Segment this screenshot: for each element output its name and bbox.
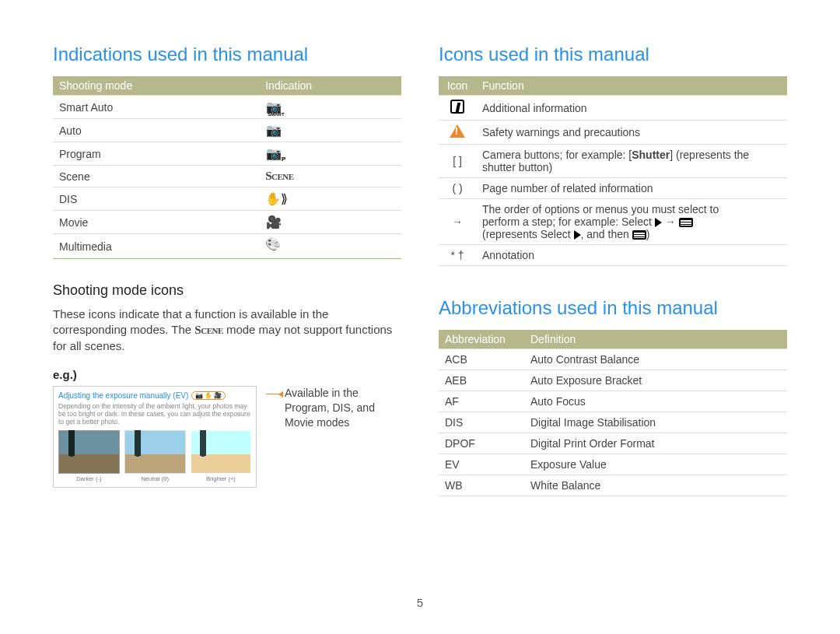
program-icon: 📷P bbox=[265, 146, 282, 161]
table-row: DIS ✋⟫ bbox=[53, 187, 401, 211]
abbr-cell: AF bbox=[439, 391, 524, 412]
mode-cell: Movie bbox=[53, 211, 259, 234]
def-cell: Auto Exposure Bracket bbox=[524, 370, 787, 391]
abbr-cell: EV bbox=[439, 454, 524, 475]
def-cell: Auto Contrast Balance bbox=[524, 349, 787, 370]
mode-cell: Scene bbox=[53, 166, 259, 187]
shooting-mode-paragraph: These icons indicate that a function is … bbox=[53, 306, 401, 354]
icon-cell: Scene bbox=[259, 166, 401, 187]
icons-table: Icon Function Additional information Saf… bbox=[439, 76, 787, 266]
def-cell: Digital Image Stabilisation bbox=[524, 412, 787, 433]
page-number: 5 bbox=[53, 596, 787, 609]
mode-badge: 📷 ✋ 🎥 bbox=[191, 391, 226, 400]
table-row: Smart Auto 📷SMART bbox=[53, 96, 401, 119]
table-row: Auto 📷 bbox=[53, 119, 401, 142]
eg-label: e.g.) bbox=[53, 368, 401, 381]
func-cell: Page number of related information bbox=[476, 178, 787, 199]
table-row: ACBAuto Contrast Balance bbox=[439, 349, 787, 370]
table-row: EVExposure Value bbox=[439, 454, 787, 475]
paren-icon: ( ) bbox=[439, 178, 476, 199]
example-caption: Available in the Program, DIS, and Movie… bbox=[285, 386, 401, 430]
movie-mini-icon: 🎥 bbox=[214, 392, 222, 399]
warning-icon bbox=[450, 124, 465, 138]
table-row: → The order of options or menus you must… bbox=[439, 199, 787, 245]
callout-arrow-icon bbox=[266, 394, 280, 394]
screenshot-body: Depending on the intensity of the ambien… bbox=[58, 402, 251, 426]
abbr-heading: Abbreviations used in this manual bbox=[439, 297, 787, 319]
def-cell: Auto Focus bbox=[524, 391, 787, 412]
table-row: DISDigital Image Stabilisation bbox=[439, 412, 787, 433]
screenshot-title: Adjusting the exposure manually (EV) bbox=[58, 391, 188, 400]
table-row: Additional information bbox=[439, 96, 787, 121]
icon-cell: 📷SMART bbox=[259, 96, 401, 119]
arrow-icon: → bbox=[439, 199, 476, 245]
def-cell: Exposure Value bbox=[524, 454, 787, 475]
thumb-darker: Darker (-) bbox=[58, 430, 120, 482]
shooting-mode-icons-heading: Shooting mode icons bbox=[53, 282, 401, 299]
th-shooting-mode: Shooting mode bbox=[53, 76, 259, 96]
mode-cell: DIS bbox=[53, 187, 259, 211]
table-row: AFAuto Focus bbox=[439, 391, 787, 412]
abbr-cell: WB bbox=[439, 475, 524, 496]
table-row: Multimedia bbox=[53, 234, 401, 259]
example-box: Adjusting the exposure manually (EV) 📷 ✋… bbox=[53, 386, 401, 489]
abbr-cell: DIS bbox=[439, 412, 524, 433]
chevron-right-icon bbox=[574, 230, 581, 240]
multimedia-icon bbox=[265, 238, 281, 252]
info-icon bbox=[450, 100, 464, 114]
auto-icon: 📷 bbox=[265, 123, 282, 138]
mode-cell: Program bbox=[53, 142, 259, 166]
program-mini-icon: 📷 bbox=[195, 392, 203, 399]
icon-cell: 📷P bbox=[259, 142, 401, 166]
example-screenshot: Adjusting the exposure manually (EV) 📷 ✋… bbox=[53, 386, 257, 489]
abbr-cell: DPOF bbox=[439, 433, 524, 454]
smart-auto-icon: 📷SMART bbox=[265, 100, 282, 114]
abbr-cell: ACB bbox=[439, 349, 524, 370]
table-row: Program 📷P bbox=[53, 142, 401, 166]
table-row: [ ] Camera buttons; for example: [Shutte… bbox=[439, 145, 787, 178]
abbr-cell: AEB bbox=[439, 370, 524, 391]
table-row: Movie 🎥 bbox=[53, 211, 401, 234]
screen-icon bbox=[679, 218, 693, 227]
shooting-mode-table: Shooting mode Indication Smart Auto 📷SMA… bbox=[53, 76, 401, 259]
thumbnail-row: Darker (-) Neutral (0) Brighter (+) bbox=[58, 430, 251, 482]
dis-mini-icon: ✋ bbox=[205, 392, 212, 399]
screenshot-title-row: Adjusting the exposure manually (EV) 📷 ✋… bbox=[58, 391, 251, 400]
table-row: ( ) Page number of related information bbox=[439, 178, 787, 199]
th-indication: Indication bbox=[259, 76, 401, 96]
chevron-right-icon bbox=[655, 218, 662, 227]
scene-word-inline: Scene bbox=[194, 324, 222, 336]
icon-cell: 🎥 bbox=[259, 211, 401, 234]
dis-icon: ✋⟫ bbox=[265, 191, 282, 206]
screen-icon bbox=[632, 230, 646, 240]
icon-cell bbox=[259, 234, 401, 259]
icon-cell: ✋⟫ bbox=[259, 187, 401, 211]
table-row: DPOFDigital Print Order Format bbox=[439, 433, 787, 454]
icons-heading: Icons used in this manual bbox=[439, 44, 787, 65]
mode-cell: Smart Auto bbox=[53, 96, 259, 119]
abbr-table: Abbreviation Definition ACBAuto Contrast… bbox=[439, 330, 787, 496]
shutter-bold: Shutter bbox=[632, 149, 670, 161]
th-icon: Icon bbox=[439, 76, 476, 96]
func-cell: Camera buttons; for example: [Shutter] (… bbox=[476, 145, 787, 178]
callout: Available in the Program, DIS, and Movie… bbox=[266, 386, 401, 430]
th-function: Function bbox=[476, 76, 787, 96]
table-row: WBWhite Balance bbox=[439, 475, 787, 496]
right-column: Icons used in this manual Icon Function … bbox=[439, 44, 787, 587]
scene-icon: Scene bbox=[265, 170, 293, 182]
mode-cell: Auto bbox=[53, 119, 259, 142]
thumb-brighter: Brighter (+) bbox=[191, 430, 252, 482]
table-row: Safety warnings and precautions bbox=[439, 121, 787, 145]
func-cell: The order of options or menus you must s… bbox=[476, 199, 787, 245]
annotation-icon: * † bbox=[439, 245, 476, 266]
icon-cell: 📷 bbox=[259, 119, 401, 142]
mode-cell: Multimedia bbox=[53, 234, 259, 259]
bracket-icon: [ ] bbox=[439, 145, 476, 178]
func-cell: Safety warnings and precautions bbox=[476, 121, 787, 145]
func-cell: Annotation bbox=[476, 245, 787, 266]
left-column: Indications used in this manual Shooting… bbox=[53, 44, 401, 587]
th-def: Definition bbox=[524, 330, 787, 349]
table-row: AEBAuto Exposure Bracket bbox=[439, 370, 787, 391]
table-row: * † Annotation bbox=[439, 245, 787, 266]
thumb-neutral: Neutral (0) bbox=[124, 430, 186, 482]
